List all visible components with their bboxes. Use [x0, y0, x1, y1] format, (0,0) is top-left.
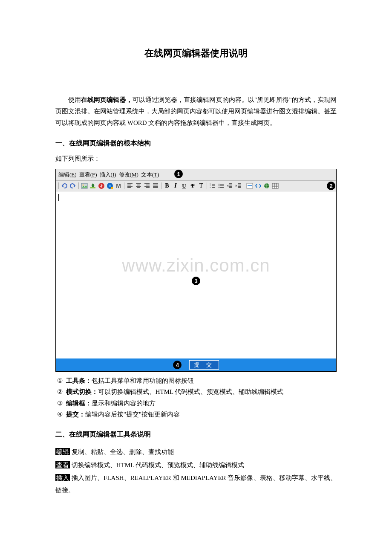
legend-num: ②: [55, 386, 64, 397]
page-title: 在线网页编辑器使用说明: [55, 47, 337, 60]
marker-2: 2: [327, 182, 335, 190]
media-icon[interactable]: [106, 182, 114, 190]
strikethrough-icon[interactable]: T: [189, 182, 196, 190]
separator: [124, 182, 124, 189]
svg-point-10: [219, 184, 219, 185]
submit-button[interactable]: 提 交: [189, 360, 219, 370]
svg-rect-0: [81, 183, 87, 188]
menu-view[interactable]: 查看(F): [79, 171, 97, 179]
separator: [244, 182, 244, 189]
separator: [78, 182, 79, 189]
menu-insert-hotkey: I: [112, 171, 114, 178]
ordered-list-icon[interactable]: 123: [209, 182, 216, 190]
legend-item: ③ 编辑框：显示和编辑内容的地方: [55, 398, 337, 409]
tool-term: 查看: [55, 461, 70, 468]
align-center-icon[interactable]: [135, 182, 142, 190]
bold-icon[interactable]: B: [163, 182, 171, 190]
svg-text:3: 3: [210, 186, 211, 188]
upload-icon[interactable]: [89, 182, 97, 190]
svg-rect-16: [272, 183, 278, 188]
legend-body: 编辑内容后按"提交"按钮更新内容: [85, 411, 180, 418]
watermark: www.zixin.com.cn: [56, 255, 336, 276]
unordered-list-icon[interactable]: [217, 182, 225, 190]
marker-1: 1: [174, 170, 183, 178]
marquee-icon[interactable]: M: [115, 182, 122, 190]
svg-point-1: [83, 185, 84, 186]
tool-desc: 插入 插入图片、FLASH、REALPLAYER 和 MEDIAPLAYER 音…: [55, 472, 337, 496]
legend-body: 显示和编辑内容的地方: [92, 400, 156, 407]
svg-rect-6: [111, 187, 113, 189]
legend-item: ④ 提交：编辑内容后按"提交"按钮更新内容: [55, 409, 337, 420]
menu-modify[interactable]: 修改(M): [119, 171, 138, 179]
menu-view-label: 查看: [79, 171, 90, 178]
redo-icon[interactable]: [69, 182, 77, 190]
section-heading-1: 一、在线网页编辑器的根本结构: [55, 139, 337, 148]
intro-paragraph: 使用在线网页编辑器，可以通过浏览器，直接编辑网页的内容。以"所见即所得"的方式，…: [55, 94, 337, 129]
legend-item: ② 模式切换：可以切换编辑模式、HTML 代码模式、预览模式、辅助线编辑模式: [55, 386, 337, 397]
menu-text[interactable]: 文本(T): [141, 171, 159, 179]
menu-insert-label: 插入: [100, 171, 111, 178]
insert-image-icon[interactable]: [81, 182, 88, 190]
separator: [161, 182, 161, 189]
menu-modify-label: 修改: [119, 171, 130, 178]
underline-icon[interactable]: U: [180, 182, 188, 190]
menu-text-label: 文本: [141, 171, 152, 178]
menu-view-hotkey: F: [92, 171, 95, 178]
tool-desc: 查看 切换编辑模式、HTML 代码模式、预览模式、辅助线编辑模式: [55, 459, 337, 471]
legend-head: 提交：: [66, 410, 85, 418]
menu-edit-hotkey: E: [71, 171, 75, 178]
editor-shell: 编辑(E) 查看(F) 插入(I) 修改(M) 文本(T) 1 M B I: [55, 169, 337, 372]
indent-icon[interactable]: [234, 182, 242, 190]
menu-edit-label: 编辑: [58, 171, 69, 178]
legend-head: 工具条：: [66, 377, 92, 384]
svg-point-3: [98, 183, 104, 189]
svg-point-12: [219, 187, 219, 188]
align-justify-icon[interactable]: [152, 182, 159, 190]
intro-bold: 在线网页编辑器，: [81, 96, 133, 103]
submit-bar: 4 提 交: [56, 358, 336, 371]
menubar: 编辑(E) 查看(F) 插入(I) 修改(M) 文本(T) 1: [56, 169, 336, 181]
hr-icon[interactable]: [246, 182, 254, 190]
align-right-icon[interactable]: [143, 182, 151, 190]
tool-term: 插入: [55, 474, 70, 481]
legend-num: ③: [55, 398, 64, 409]
outdent-icon[interactable]: [226, 182, 233, 190]
undo-icon[interactable]: [61, 182, 68, 190]
legend-item: ① 工具条：包括工具菜单和常用功能的图标按钮: [55, 375, 337, 386]
marker-3: 3: [192, 277, 200, 285]
legend-head: 模式切换：: [66, 388, 98, 395]
legend-num: ④: [55, 409, 64, 420]
menu-text-hotkey: T: [154, 171, 157, 178]
flash-icon[interactable]: [98, 182, 105, 190]
tool-body: 插入图片、FLASH、REALPLAYER 和 MEDIAPLAYER 音乐影像…: [55, 474, 337, 494]
section-heading-2: 二、在线网页编辑器工具条说明: [55, 430, 337, 439]
tool-term: 编辑: [55, 448, 70, 455]
text-cursor: [58, 194, 59, 201]
edit-area[interactable]: www.zixin.com.cn 3: [56, 191, 336, 358]
figure-caption: 如下列图所示：: [55, 155, 337, 163]
tool-desc: 编辑 复制、粘贴、全选、删除、查找功能: [55, 446, 337, 458]
font-icon[interactable]: T: [197, 182, 205, 190]
table-icon[interactable]: [271, 182, 279, 190]
link-icon[interactable]: [263, 182, 271, 190]
align-left-icon[interactable]: [126, 182, 134, 190]
italic-icon[interactable]: I: [172, 182, 179, 190]
menu-edit[interactable]: 编辑(E): [58, 171, 77, 179]
legend: ① 工具条：包括工具菜单和常用功能的图标按钮 ② 模式切换：可以切换编辑模式、H…: [55, 375, 337, 420]
legend-body: 包括工具菜单和常用功能的图标按钮: [92, 377, 194, 384]
legend-body: 可以切换编辑模式、HTML 代码模式、预览模式、辅助线编辑模式: [98, 388, 284, 395]
legend-head: 编辑框：: [66, 399, 92, 407]
separator: [207, 182, 207, 189]
legend-num: ①: [55, 375, 64, 386]
toolbar: M B I U T T 123 2: [56, 181, 336, 191]
menu-insert[interactable]: 插入(I): [100, 171, 116, 179]
html-icon[interactable]: [254, 182, 262, 190]
tool-body: 复制、粘贴、全选、删除、查找功能: [70, 448, 174, 455]
menu-modify-hotkey: M: [132, 171, 137, 178]
intro-prefix: 使用: [68, 96, 81, 103]
tool-body: 切换编辑模式、HTML 代码模式、预览模式、辅助线编辑模式: [70, 462, 244, 468]
svg-rect-2: [90, 187, 95, 188]
marker-4: 4: [173, 361, 182, 369]
svg-point-11: [219, 185, 219, 186]
separator: [58, 182, 59, 189]
